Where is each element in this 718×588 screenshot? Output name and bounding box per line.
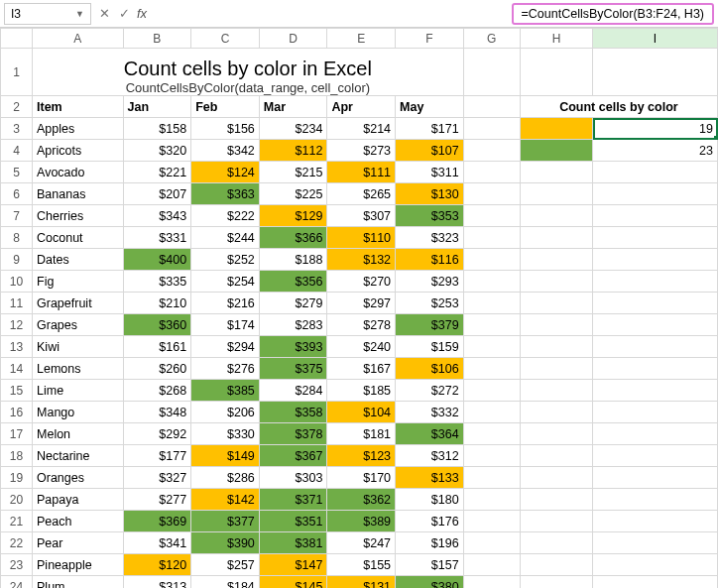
cell[interactable]	[593, 511, 718, 532]
cell[interactable]	[520, 576, 592, 589]
cell[interactable]	[593, 402, 718, 423]
header-month[interactable]: Jan	[123, 96, 191, 118]
header-item[interactable]: Item	[33, 96, 124, 118]
row-header[interactable]: 18	[1, 445, 33, 467]
cell[interactable]	[520, 380, 592, 402]
row-header[interactable]: 23	[1, 554, 33, 576]
item-cell[interactable]: Melon	[33, 423, 124, 445]
value-cell[interactable]: $297	[327, 293, 396, 314]
value-cell[interactable]: $311	[396, 162, 464, 183]
row-header[interactable]: 15	[1, 380, 33, 402]
item-cell[interactable]: Grapes	[33, 314, 124, 336]
value-cell[interactable]: $124	[191, 162, 260, 183]
item-cell[interactable]: Kiwi	[33, 336, 124, 358]
cell[interactable]	[593, 489, 718, 511]
value-cell[interactable]: $332	[396, 402, 464, 423]
header-month[interactable]: Mar	[259, 96, 327, 118]
value-cell[interactable]: $171	[396, 118, 464, 140]
cell[interactable]	[463, 249, 520, 271]
cell[interactable]	[593, 445, 718, 467]
cell[interactable]	[520, 314, 592, 336]
cell[interactable]	[463, 511, 520, 532]
col-header[interactable]: B	[123, 29, 191, 49]
value-cell[interactable]: $221	[123, 162, 191, 183]
header-month[interactable]: May	[396, 96, 464, 118]
row-header[interactable]: 14	[1, 358, 33, 380]
value-cell[interactable]: $363	[191, 183, 260, 205]
row-header[interactable]: 21	[1, 511, 33, 532]
cancel-icon[interactable]: ✕	[97, 6, 111, 21]
value-cell[interactable]: $123	[327, 445, 396, 467]
item-cell[interactable]: Plum	[33, 576, 124, 589]
value-cell[interactable]: $147	[259, 554, 327, 576]
value-cell[interactable]: $343	[123, 205, 191, 227]
cell[interactable]	[593, 183, 718, 205]
row-header[interactable]: 12	[1, 314, 33, 336]
value-cell[interactable]: $180	[396, 489, 464, 511]
cell[interactable]	[520, 467, 592, 489]
value-cell[interactable]: $367	[259, 445, 327, 467]
item-cell[interactable]: Avocado	[33, 162, 124, 183]
cell[interactable]	[463, 118, 520, 140]
col-header[interactable]: I	[593, 29, 718, 49]
item-cell[interactable]: Lemons	[33, 358, 124, 380]
value-cell[interactable]: $181	[327, 423, 396, 445]
value-cell[interactable]: $215	[259, 162, 327, 183]
value-cell[interactable]: $225	[259, 183, 327, 205]
cell[interactable]	[593, 380, 718, 402]
value-cell[interactable]: $185	[327, 380, 396, 402]
value-cell[interactable]: $167	[327, 358, 396, 380]
item-cell[interactable]: Lime	[33, 380, 124, 402]
value-cell[interactable]: $283	[259, 314, 327, 336]
value-cell[interactable]: $375	[259, 358, 327, 380]
value-cell[interactable]: $378	[259, 423, 327, 445]
value-cell[interactable]: $265	[327, 183, 396, 205]
value-cell[interactable]: $270	[327, 271, 396, 293]
name-box[interactable]: I3 ▼	[4, 3, 91, 25]
cell[interactable]	[520, 162, 592, 183]
col-header[interactable]: H	[520, 29, 592, 49]
value-cell[interactable]: $323	[396, 227, 464, 249]
cell[interactable]	[520, 445, 592, 467]
cell[interactable]	[520, 271, 592, 293]
cell[interactable]	[593, 336, 718, 358]
value-cell[interactable]: $196	[396, 532, 464, 554]
value-cell[interactable]: $130	[396, 183, 464, 205]
row-header[interactable]: 8	[1, 227, 33, 249]
value-cell[interactable]: $111	[327, 162, 396, 183]
header-month[interactable]: Apr	[327, 96, 396, 118]
row-header[interactable]: 13	[1, 336, 33, 358]
row-header[interactable]: 20	[1, 489, 33, 511]
value-cell[interactable]: $253	[396, 293, 464, 314]
result-green[interactable]: 23	[593, 140, 718, 162]
spreadsheet-grid[interactable]: A B C D E F G H I 1 Count cells by color…	[0, 28, 718, 588]
row-header[interactable]: 3	[1, 118, 33, 140]
cell[interactable]	[593, 49, 718, 96]
cell[interactable]	[463, 576, 520, 589]
cell[interactable]	[593, 576, 718, 589]
item-cell[interactable]: Grapefruit	[33, 293, 124, 314]
value-cell[interactable]: $104	[327, 402, 396, 423]
cell[interactable]	[520, 205, 592, 227]
cell[interactable]	[593, 227, 718, 249]
cell[interactable]	[593, 554, 718, 576]
row-header[interactable]: 6	[1, 183, 33, 205]
value-cell[interactable]: $133	[396, 467, 464, 489]
value-cell[interactable]: $110	[327, 227, 396, 249]
value-cell[interactable]: $369	[123, 511, 191, 532]
value-cell[interactable]: $206	[191, 402, 260, 423]
value-cell[interactable]: $400	[123, 249, 191, 271]
cell[interactable]	[463, 358, 520, 380]
cell[interactable]	[520, 402, 592, 423]
value-cell[interactable]: $313	[123, 576, 191, 589]
value-cell[interactable]: $307	[327, 205, 396, 227]
value-cell[interactable]: $389	[327, 511, 396, 532]
value-cell[interactable]: $272	[396, 380, 464, 402]
value-cell[interactable]: $159	[396, 336, 464, 358]
value-cell[interactable]: $279	[259, 293, 327, 314]
value-cell[interactable]: $348	[123, 402, 191, 423]
row-header[interactable]: 11	[1, 293, 33, 314]
value-cell[interactable]: $254	[191, 271, 260, 293]
color-swatch-green[interactable]	[520, 140, 592, 162]
item-cell[interactable]: Bananas	[33, 183, 124, 205]
